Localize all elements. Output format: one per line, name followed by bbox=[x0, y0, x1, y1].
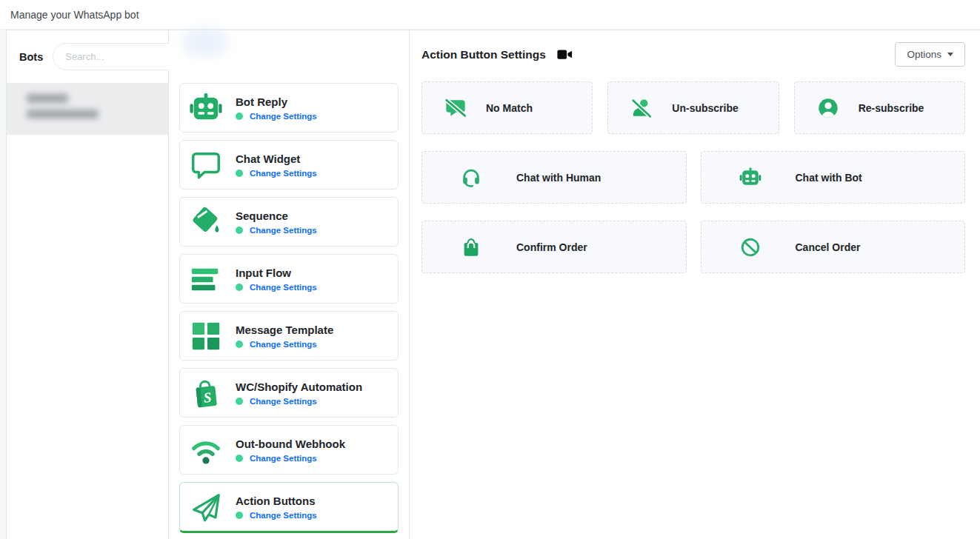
action-button-confirm-order[interactable]: Confirm Order bbox=[421, 221, 687, 273]
lines-icon bbox=[189, 262, 223, 296]
paint-bucket-icon bbox=[189, 205, 223, 239]
change-settings-link[interactable]: Change Settings bbox=[250, 511, 317, 520]
topbar: Manage your WhatsApp bot bbox=[0, 0, 980, 30]
feature-title: WC/Shopify Automation bbox=[236, 381, 362, 393]
bots-sidebar-header: Bots bbox=[7, 30, 168, 83]
change-settings-link[interactable]: Change Settings bbox=[250, 283, 317, 292]
status-dot bbox=[236, 512, 243, 519]
feature-title: Bot Reply bbox=[236, 96, 317, 108]
chat-bubble-icon bbox=[189, 148, 223, 182]
status-dot bbox=[236, 227, 243, 234]
status-dot bbox=[236, 455, 243, 462]
feature-card-message-template[interactable]: Message Template Change Settings bbox=[179, 311, 399, 361]
change-settings-link[interactable]: Change Settings bbox=[250, 226, 317, 235]
feature-title: Out-bound Webhook bbox=[236, 438, 345, 450]
feature-card-shopify-automation[interactable]: S WC/Shopify Automation Change Settings bbox=[179, 368, 399, 418]
bots-heading: Bots bbox=[19, 51, 43, 63]
feature-title: Action Buttons bbox=[236, 495, 317, 507]
bot-name-redacted bbox=[27, 94, 68, 103]
feature-card-bot-reply[interactable]: Bot Reply Change Settings bbox=[179, 83, 399, 133]
change-settings-link[interactable]: Change Settings bbox=[250, 112, 317, 121]
panel-title: Action Button Settings bbox=[421, 48, 546, 61]
action-button-label: Un-subscribe bbox=[672, 102, 738, 114]
status-dot bbox=[236, 284, 243, 291]
feature-card-input-flow[interactable]: Input Flow Change Settings bbox=[179, 254, 399, 304]
action-button-settings-panel: Action Button Settings Options bbox=[410, 30, 980, 539]
action-button-label: No Match bbox=[486, 102, 533, 114]
robot-icon bbox=[189, 91, 223, 125]
change-settings-link[interactable]: Change Settings bbox=[250, 340, 317, 349]
robot-icon bbox=[739, 167, 761, 189]
bot-phone-redacted bbox=[27, 110, 99, 118]
video-camera-icon[interactable] bbox=[557, 49, 573, 60]
user-slash-icon bbox=[630, 97, 653, 119]
action-button-label: Cancel Order bbox=[796, 241, 861, 253]
status-dot bbox=[236, 113, 243, 120]
status-dot bbox=[236, 341, 243, 348]
feature-title: Input Flow bbox=[236, 267, 317, 279]
action-button-resubscribe[interactable]: Re-subscribe bbox=[794, 81, 965, 134]
action-buttons-row-1: No Match Un-subscribe bbox=[421, 81, 965, 134]
change-settings-link[interactable]: Change Settings bbox=[250, 169, 317, 178]
change-settings-link[interactable]: Change Settings bbox=[250, 454, 317, 463]
feature-card-chat-widget[interactable]: Chat Widget Change Settings bbox=[179, 140, 399, 190]
action-button-unsubscribe[interactable]: Un-subscribe bbox=[607, 81, 779, 134]
action-button-cancel-order[interactable]: Cancel Order bbox=[701, 221, 966, 273]
shopping-bag-icon bbox=[460, 236, 482, 258]
feature-card-sequence[interactable]: Sequence Change Settings bbox=[179, 197, 399, 247]
paper-plane-icon bbox=[189, 490, 223, 524]
caret-down-icon bbox=[947, 53, 953, 56]
wifi-icon bbox=[189, 433, 223, 467]
feature-title: Sequence bbox=[236, 210, 317, 222]
grid-icon bbox=[189, 319, 223, 353]
feature-title: Message Template bbox=[236, 324, 333, 336]
bot-list-item-selected[interactable] bbox=[7, 83, 168, 135]
user-circle-icon bbox=[817, 97, 839, 119]
ban-icon bbox=[739, 236, 761, 258]
options-button[interactable]: Options bbox=[895, 42, 965, 67]
blurred-artifact bbox=[182, 27, 228, 57]
feature-list-panel: Bot Reply Change Settings Chat Widget Ch… bbox=[169, 30, 410, 539]
action-button-label: Chat with Bot bbox=[796, 172, 862, 184]
chat-slash-icon bbox=[444, 97, 467, 119]
action-button-label: Chat with Human bbox=[516, 172, 601, 184]
feature-card-outbound-webhook[interactable]: Out-bound Webhook Change Settings bbox=[179, 425, 399, 475]
feature-title: Chat Widget bbox=[236, 153, 317, 165]
action-buttons-row-3: Confirm Order Cancel Order bbox=[421, 221, 965, 273]
bots-sidebar: Bots bbox=[6, 30, 169, 539]
action-button-chat-with-bot[interactable]: Chat with Bot bbox=[701, 151, 966, 204]
action-button-label: Re-subscribe bbox=[859, 102, 924, 114]
content-area: Bots bbox=[6, 30, 980, 539]
feature-card-action-buttons[interactable]: Action Buttons Change Settings bbox=[179, 482, 399, 533]
action-button-no-match[interactable]: No Match bbox=[421, 81, 593, 134]
shopify-bag-icon: S bbox=[189, 376, 223, 410]
panel-header: Action Button Settings Options bbox=[421, 42, 965, 67]
feature-card-list: Bot Reply Change Settings Chat Widget Ch… bbox=[179, 83, 399, 533]
action-button-chat-with-human[interactable]: Chat with Human bbox=[421, 151, 687, 204]
action-buttons-row-2: Chat with Human Chat with Bot bbox=[421, 151, 965, 204]
status-dot bbox=[236, 398, 243, 405]
change-settings-link[interactable]: Change Settings bbox=[250, 397, 317, 406]
page-title: Manage your WhatsApp bot bbox=[10, 9, 139, 21]
status-dot bbox=[236, 170, 243, 177]
headset-icon bbox=[460, 167, 482, 189]
svg-text:S: S bbox=[203, 389, 213, 405]
options-button-label: Options bbox=[907, 49, 941, 60]
action-button-label: Confirm Order bbox=[516, 241, 587, 253]
